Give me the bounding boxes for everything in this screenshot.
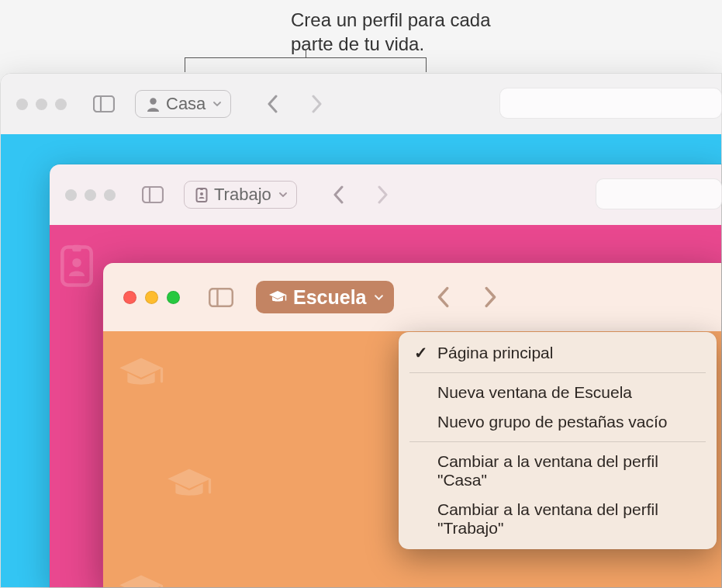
- zoom-dot[interactable]: [167, 291, 180, 304]
- forward-button[interactable]: [478, 284, 504, 310]
- menu-item-label: Cambiar a la ventana del perfil "Casa": [437, 452, 658, 489]
- chevron-left-icon: [267, 95, 278, 113]
- profile-select-casa[interactable]: Casa: [135, 90, 231, 118]
- sidebar-icon: [93, 95, 115, 112]
- address-bar-trabajo[interactable]: [596, 178, 722, 209]
- window-escuela-toolbar: Escuela: [103, 263, 721, 331]
- svg-point-7: [200, 192, 203, 195]
- menu-item-label: Nuevo grupo de pestañas vacío: [437, 413, 668, 431]
- badge-bg-icon: [59, 244, 95, 288]
- chevron-down-icon: [279, 192, 287, 197]
- svg-rect-6: [200, 188, 203, 190]
- chevron-right-icon: [485, 286, 497, 308]
- annotation-bracket: [185, 57, 427, 71]
- menu-item-new-window[interactable]: Nueva ventana de Escuela: [399, 378, 717, 407]
- graduation-cap-bg-icon: [165, 467, 213, 504]
- sidebar-toggle-button[interactable]: [87, 92, 121, 117]
- profile-dropdown-menu: Página principal Nueva ventana de Escuel…: [399, 332, 717, 549]
- annotation-text: Crea un perfil para cada parte de tu vid…: [291, 8, 490, 56]
- badge-icon: [195, 188, 208, 202]
- minimize-dot[interactable]: [145, 291, 158, 304]
- annotation-line1: Crea un perfil para cada: [291, 9, 490, 30]
- sidebar-icon: [142, 186, 164, 203]
- zoom-dot[interactable]: [55, 99, 67, 110]
- sidebar-icon: [209, 288, 233, 307]
- svg-point-2: [150, 98, 156, 104]
- menu-item-switch-trabajo[interactable]: Cambiar a la ventana del perfil "Trabajo…: [399, 495, 717, 543]
- minimize-dot[interactable]: [85, 189, 96, 201]
- minimize-dot[interactable]: [36, 99, 47, 110]
- svg-rect-0: [94, 96, 114, 112]
- menu-item-label: Nueva ventana de Escuela: [437, 383, 632, 401]
- annotation-line2: parte de tu vida.: [291, 33, 424, 54]
- close-dot[interactable]: [16, 99, 28, 110]
- nav-buttons-escuela: [430, 284, 504, 310]
- profile-select-trabajo[interactable]: Trabajo: [184, 181, 297, 209]
- zoom-dot[interactable]: [104, 189, 116, 201]
- chevron-down-icon: [213, 102, 221, 106]
- profile-label: Casa: [166, 94, 206, 114]
- close-dot[interactable]: [123, 291, 136, 304]
- menu-separator: [409, 441, 706, 442]
- forward-button[interactable]: [370, 182, 396, 208]
- graduation-cap-icon: [268, 290, 287, 305]
- chevron-right-icon: [378, 185, 389, 204]
- person-icon: [147, 97, 160, 112]
- chevron-left-icon: [437, 286, 449, 308]
- back-button[interactable]: [325, 182, 351, 208]
- svg-rect-11: [209, 289, 233, 306]
- graduation-cap-bg-icon: [117, 356, 165, 393]
- profile-label: Escuela: [293, 286, 367, 309]
- profile-label: Trabajo: [214, 185, 271, 205]
- profile-select-escuela[interactable]: Escuela: [256, 281, 394, 313]
- svg-rect-3: [143, 187, 163, 202]
- menu-item-label: Cambiar a la ventana del perfil "Trabajo…: [437, 500, 658, 537]
- chevron-right-icon: [312, 95, 323, 113]
- sidebar-toggle-button[interactable]: [202, 282, 240, 312]
- svg-point-10: [72, 258, 81, 268]
- chevron-left-icon: [333, 185, 344, 204]
- back-button[interactable]: [430, 284, 456, 310]
- menu-separator: [409, 372, 706, 373]
- menu-item-label: Página principal: [437, 344, 553, 361]
- forward-button[interactable]: [304, 91, 330, 117]
- graduation-cap-bg-icon: [117, 573, 165, 588]
- traffic-lights-casa: [16, 99, 67, 110]
- nav-buttons-casa: [259, 91, 330, 117]
- back-button[interactable]: [259, 91, 285, 117]
- sidebar-toggle-button[interactable]: [136, 182, 170, 208]
- menu-item-switch-casa[interactable]: Cambiar a la ventana del perfil "Casa": [399, 447, 717, 495]
- traffic-lights-trabajo: [65, 189, 116, 201]
- chevron-down-icon: [375, 295, 383, 300]
- menu-item-home-page[interactable]: Página principal: [399, 338, 717, 368]
- nav-buttons-trabajo: [325, 182, 396, 208]
- close-dot[interactable]: [65, 189, 77, 201]
- address-bar-casa[interactable]: [499, 88, 722, 119]
- menu-item-new-tab-group[interactable]: Nuevo grupo de pestañas vacío: [399, 407, 717, 437]
- svg-rect-9: [72, 245, 81, 252]
- traffic-lights-escuela: [123, 291, 180, 304]
